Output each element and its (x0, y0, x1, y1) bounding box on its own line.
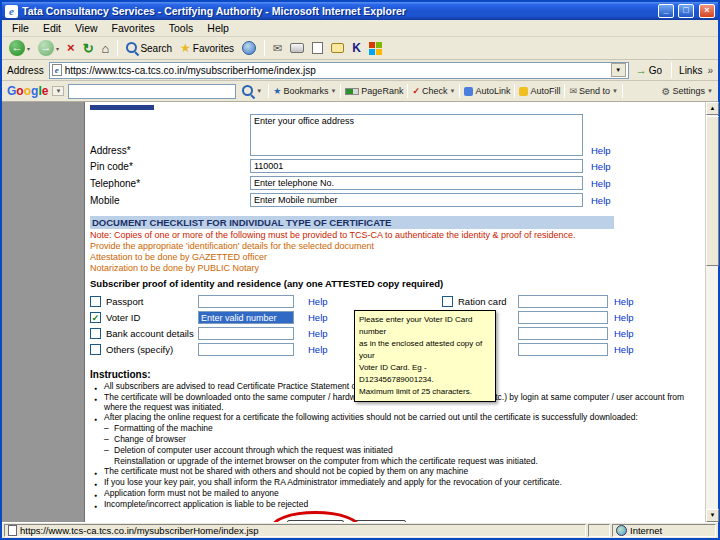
favorites-button[interactable]: ★Favorites (178, 40, 236, 56)
browser-content: Address*Enter your office addressHelpPin… (2, 102, 718, 522)
doc-number-input[interactable] (518, 327, 608, 340)
links-label[interactable]: Links (679, 65, 702, 76)
form-row: Pin code*110001Help (90, 159, 699, 173)
doc-number-input[interactable] (518, 311, 608, 324)
page-left-gutter (2, 102, 85, 522)
globe-icon (616, 525, 627, 536)
help-link[interactable]: Help (614, 312, 634, 323)
help-link[interactable]: Help (614, 344, 634, 355)
refresh-button[interactable]: ↻ (81, 40, 96, 57)
help-link[interactable]: Help (308, 312, 328, 323)
google-bookmarks-button[interactable]: Bookmarks▼ (273, 86, 336, 96)
chevron-overflow-icon[interactable]: » (707, 65, 713, 76)
history-icon (242, 41, 256, 55)
google-autofill-button[interactable]: AutoFill (519, 86, 560, 96)
history-button[interactable] (240, 40, 258, 56)
stop-button[interactable]: × (65, 40, 77, 56)
button-label: Settings (673, 86, 706, 96)
forward-button[interactable]: →▾ (36, 39, 61, 57)
checkbox-ration-card[interactable] (442, 296, 453, 307)
home-button[interactable]: ⌂ (100, 40, 112, 57)
refresh-icon: ↻ (83, 41, 94, 56)
doc-number-input[interactable]: Enter valid number (198, 311, 294, 324)
chevron-down-icon: ▼ (256, 88, 262, 94)
messenger-button[interactable]: K (350, 40, 363, 56)
doc-number-input[interactable] (518, 343, 608, 356)
separator (514, 84, 515, 98)
checkbox-voter-id[interactable]: ✓ (90, 312, 101, 323)
chevron-down-icon: ▼ (707, 88, 713, 94)
checkbox-passport[interactable] (90, 296, 101, 307)
go-button[interactable]: →Go (634, 63, 664, 77)
reset-button[interactable]: Reset (354, 520, 406, 522)
edit-icon (312, 42, 323, 54)
discuss-button[interactable] (329, 42, 346, 54)
scroll-thumb[interactable] (706, 116, 719, 266)
search-icon (242, 85, 254, 97)
telephone-field[interactable]: Enter telephone No. (250, 176, 583, 190)
help-link[interactable]: Help (614, 328, 634, 339)
back-button[interactable]: ←▾ (7, 39, 32, 57)
address-dropdown-button[interactable]: ▼ (611, 63, 626, 77)
google-search-button[interactable]: ▼ (240, 84, 264, 98)
menu-item-favorites[interactable]: Favorites (106, 21, 161, 35)
doc-label: Others (specify) (106, 344, 198, 355)
help-link[interactable]: Help (308, 296, 328, 307)
google-settings-button[interactable]: Settings▼ (662, 86, 713, 97)
help-link[interactable]: Help (591, 145, 611, 156)
google-logo-dropdown[interactable]: ▼ (52, 86, 64, 96)
edit-button[interactable] (310, 41, 325, 55)
window-title: Tata Consultancy Services - Certifying A… (22, 5, 654, 17)
title-bar[interactable]: e Tata Consultancy Services - Certifying… (2, 2, 718, 20)
print-button[interactable] (288, 42, 306, 54)
help-link[interactable]: Help (614, 296, 634, 307)
submit-button[interactable]: Submit (287, 520, 344, 522)
menu-item-view[interactable]: View (69, 21, 104, 35)
separator (407, 84, 408, 98)
separator (264, 40, 265, 56)
help-link[interactable]: Help (591, 178, 611, 189)
help-link[interactable]: Help (308, 328, 328, 339)
tooltip-line: Maximum limit of 25 characters. (359, 386, 491, 398)
address-label: Address* (90, 145, 250, 156)
help-link[interactable]: Help (591, 161, 611, 172)
googlebar-buttons: Bookmarks▼PageRankCheck▼AutoLinkAutoFill… (273, 84, 713, 98)
pin-code-field[interactable]: 110001 (250, 159, 583, 173)
minimize-button[interactable]: _ (658, 4, 674, 18)
search-button[interactable]: Search (124, 41, 174, 55)
doc-number-input[interactable] (198, 327, 294, 340)
menu-item-file[interactable]: File (6, 21, 35, 35)
left-doc-item-0: PassportHelp (90, 295, 358, 308)
menu-item-tools[interactable]: Tools (163, 21, 200, 35)
close-button[interactable]: × (699, 4, 715, 18)
address-field[interactable]: Enter your office address (250, 114, 583, 156)
maximize-button[interactable]: □ (678, 4, 694, 18)
checkbox-bank-account-details[interactable] (90, 328, 101, 339)
google-check-button[interactable]: Check▼ (412, 86, 455, 96)
help-link[interactable]: Help (591, 195, 611, 206)
mobile-field[interactable]: Enter Mobile number (250, 193, 583, 207)
vertical-scrollbar[interactable]: ▲ ▼ (705, 102, 718, 522)
autofill-icon (519, 87, 528, 96)
menu-item-help[interactable]: Help (201, 21, 235, 35)
checklist-note: Notarization to be done by PUBLIC Notary (90, 263, 699, 273)
address-input[interactable]: e https://www.tcs-ca.tcs.co.in/mysubscri… (49, 62, 629, 79)
instruction-item: Reinstallation or upgrade of the interne… (90, 457, 692, 467)
google-pagerank-button[interactable]: PageRank (345, 86, 403, 96)
mail-button[interactable]: ✉ (271, 41, 284, 56)
help-link[interactable]: Help (308, 344, 328, 355)
right-doc-item-0: Ration cardHelp (442, 295, 699, 308)
google-autolink-button[interactable]: AutoLink (464, 86, 510, 96)
google-search-input[interactable] (68, 84, 236, 99)
doc-number-input[interactable] (198, 343, 294, 356)
document-icon (8, 525, 17, 536)
checkbox-others-specify[interactable] (90, 344, 101, 355)
scroll-down-button[interactable]: ▼ (706, 509, 719, 522)
menu-item-edit[interactable]: Edit (37, 21, 67, 35)
doc-number-input[interactable] (518, 295, 608, 308)
doc-number-input[interactable] (198, 295, 294, 308)
google-send-to-button[interactable]: Send to▼ (569, 86, 618, 96)
star-icon: ★ (180, 41, 191, 55)
scroll-up-button[interactable]: ▲ (706, 102, 719, 115)
checklist-header: DOCUMENT CHECKLIST FOR INDIVIDUAL TYPE O… (90, 216, 614, 229)
